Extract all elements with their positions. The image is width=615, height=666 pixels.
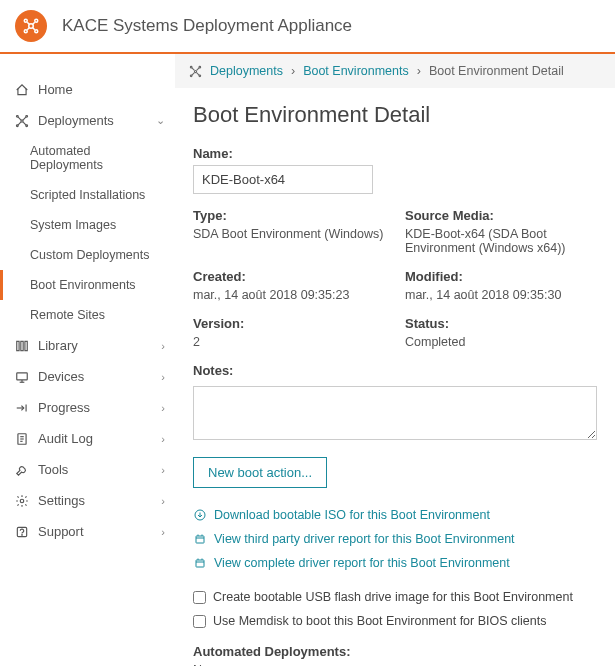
- svg-point-32: [22, 534, 23, 535]
- view-complete-report-link[interactable]: View complete driver report for this Boo…: [193, 556, 597, 570]
- chevron-right-icon: ›: [161, 526, 165, 538]
- svg-point-2: [35, 19, 38, 22]
- status-label: Status:: [405, 316, 597, 331]
- svg-point-30: [20, 499, 24, 503]
- view-third-party-report-link[interactable]: View third party driver report for this …: [193, 532, 597, 546]
- sidebar-item-tools[interactable]: Tools ›: [0, 454, 175, 485]
- download-iso-link[interactable]: Download bootable ISO for this Boot Envi…: [193, 508, 597, 522]
- name-label: Name:: [193, 146, 597, 161]
- svg-line-15: [23, 116, 26, 119]
- deployments-icon: [189, 65, 202, 78]
- svg-line-8: [33, 28, 35, 30]
- svg-point-1: [24, 19, 27, 22]
- sidebar-item-label: Home: [38, 82, 73, 97]
- type-value: SDA Boot Environment (Windows): [193, 227, 385, 241]
- breadcrumb-separator: ›: [417, 64, 421, 78]
- svg-line-6: [33, 22, 35, 24]
- svg-rect-44: [196, 536, 204, 543]
- sidebar-item-label: Settings: [38, 493, 85, 508]
- sidebar-item-home[interactable]: Home: [0, 74, 175, 105]
- svg-line-14: [18, 116, 21, 119]
- chevron-right-icon: ›: [161, 495, 165, 507]
- svg-point-33: [194, 70, 196, 72]
- svg-line-41: [197, 72, 200, 75]
- created-value: mar., 14 août 2018 09:35:23: [193, 288, 385, 302]
- name-input[interactable]: [193, 165, 373, 194]
- use-memdisk-checkbox[interactable]: [193, 615, 206, 628]
- created-label: Created:: [193, 269, 385, 284]
- svg-line-16: [18, 122, 21, 125]
- progress-icon: [14, 401, 30, 415]
- app-title: KACE Systems Deployment Appliance: [62, 16, 352, 36]
- svg-line-38: [192, 67, 195, 70]
- gear-icon: [14, 494, 30, 508]
- chevron-down-icon: ⌄: [156, 114, 165, 127]
- sidebar-item-devices[interactable]: Devices ›: [0, 361, 175, 392]
- sidebar-item-label: Support: [38, 524, 84, 539]
- main-content: Deployments › Boot Environments › Boot E…: [175, 54, 615, 666]
- home-icon: [14, 83, 30, 97]
- sidebar-item-label: Progress: [38, 400, 90, 415]
- svg-rect-20: [25, 341, 27, 350]
- breadcrumb-separator: ›: [291, 64, 295, 78]
- breadcrumb-link[interactable]: Deployments: [210, 64, 283, 78]
- sidebar-item-automated-deployments[interactable]: Automated Deployments: [0, 136, 175, 180]
- svg-point-9: [21, 119, 23, 121]
- sidebar-item-scripted-installations[interactable]: Scripted Installations: [0, 180, 175, 210]
- notes-input[interactable]: [193, 386, 597, 440]
- sidebar-item-label: Library: [38, 338, 78, 353]
- type-label: Type:: [193, 208, 385, 223]
- download-icon: [193, 509, 207, 521]
- sidebar-item-system-images[interactable]: System Images: [0, 210, 175, 240]
- svg-rect-19: [21, 341, 23, 350]
- audit-log-icon: [14, 432, 30, 446]
- sidebar-item-deployments[interactable]: Deployments ⌄: [0, 105, 175, 136]
- sidebar-item-library[interactable]: Library ›: [0, 330, 175, 361]
- breadcrumb-link[interactable]: Boot Environments: [303, 64, 409, 78]
- page-title: Boot Environment Detail: [193, 102, 597, 128]
- svg-point-3: [24, 30, 27, 33]
- checkbox-label: Use Memdisk to boot this Boot Environmen…: [213, 614, 546, 628]
- svg-rect-21: [17, 372, 28, 379]
- breadcrumb-current: Boot Environment Detail: [429, 64, 564, 78]
- sidebar-item-remote-sites[interactable]: Remote Sites: [0, 300, 175, 330]
- report-icon: [193, 533, 207, 545]
- sidebar-item-support[interactable]: Support ›: [0, 516, 175, 547]
- svg-line-40: [192, 72, 195, 75]
- modified-value: mar., 14 août 2018 09:35:30: [405, 288, 597, 302]
- svg-rect-48: [196, 560, 204, 567]
- sidebar-item-audit-log[interactable]: Audit Log ›: [0, 423, 175, 454]
- create-usb-checkbox[interactable]: [193, 591, 206, 604]
- sidebar-item-label: Devices: [38, 369, 84, 384]
- version-label: Version:: [193, 316, 385, 331]
- sidebar-item-settings[interactable]: Settings ›: [0, 485, 175, 516]
- chevron-right-icon: ›: [161, 340, 165, 352]
- support-icon: [14, 525, 30, 539]
- chevron-right-icon: ›: [161, 433, 165, 445]
- sidebar-item-custom-deployments[interactable]: Custom Deployments: [0, 240, 175, 270]
- sidebar-item-boot-environments[interactable]: Boot Environments: [0, 270, 175, 300]
- source-value: KDE-Boot-x64 (SDA Boot Environment (Wind…: [405, 227, 597, 255]
- chevron-right-icon: ›: [161, 371, 165, 383]
- chevron-right-icon: ›: [161, 402, 165, 414]
- link-label: Download bootable ISO for this Boot Envi…: [214, 508, 490, 522]
- chevron-right-icon: ›: [161, 464, 165, 476]
- svg-line-17: [23, 122, 26, 125]
- automated-deployments-label: Automated Deployments:: [193, 644, 597, 659]
- sidebar-item-progress[interactable]: Progress ›: [0, 392, 175, 423]
- svg-rect-18: [17, 341, 19, 350]
- modified-label: Modified:: [405, 269, 597, 284]
- svg-point-4: [35, 30, 38, 33]
- source-label: Source Media:: [405, 208, 597, 223]
- new-boot-action-button[interactable]: New boot action...: [193, 457, 327, 488]
- sidebar: Home Deployments ⌄ Automated Deployments…: [0, 54, 175, 666]
- svg-line-39: [197, 67, 200, 70]
- deployments-icon: [14, 114, 30, 128]
- tools-icon: [14, 463, 30, 477]
- notes-label: Notes:: [193, 363, 597, 378]
- report-icon: [193, 557, 207, 569]
- app-logo: [15, 10, 47, 42]
- svg-line-5: [27, 22, 29, 24]
- library-icon: [14, 339, 30, 353]
- app-header: KACE Systems Deployment Appliance: [0, 0, 615, 54]
